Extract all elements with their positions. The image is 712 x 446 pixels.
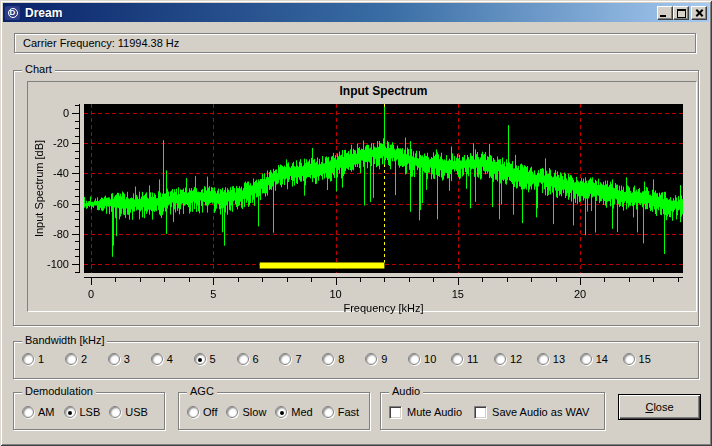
agc-option-med[interactable]: Med	[275, 406, 312, 418]
app-icon[interactable]: D	[5, 6, 20, 20]
agc-groupbox-label: AGC	[187, 385, 217, 398]
radio-10[interactable]	[408, 353, 420, 365]
audio-checkbox-label: Mute Audio	[407, 406, 462, 418]
x-minor-tick	[360, 278, 361, 282]
bandwidth-option-6[interactable]: 6	[237, 353, 259, 365]
y-minor-tick	[75, 219, 79, 220]
radio-lsb[interactable]	[64, 406, 76, 418]
y-minor-tick	[75, 241, 79, 242]
y-major-tick	[72, 204, 79, 205]
y-minor-tick	[75, 151, 79, 152]
bandwidth-option-label: 15	[639, 353, 651, 365]
bandwidth-option-label: 1	[38, 353, 44, 365]
bandwidth-option-label: 8	[338, 353, 344, 365]
bandwidth-option-13[interactable]: 13	[537, 353, 565, 365]
agc-groupbox: AGC OffSlowMedFast	[178, 392, 370, 430]
radio-15[interactable]	[623, 353, 635, 365]
checkbox-unchecked[interactable]	[474, 406, 487, 419]
x-minor-tick	[262, 278, 263, 282]
radio-3[interactable]	[108, 353, 120, 365]
bandwidth-groupbox-label: Bandwidth [kHz]	[22, 334, 107, 347]
audio-checkbox-save-audio-as-wav[interactable]: Save Audio as WAV	[474, 406, 589, 419]
y-minor-tick	[75, 256, 79, 257]
y-axis-line	[79, 104, 80, 273]
bandwidth-option-15[interactable]: 15	[623, 353, 651, 365]
radio-11[interactable]	[451, 353, 463, 365]
agc-option-off[interactable]: Off	[187, 406, 217, 418]
agc-option-label: Med	[291, 406, 312, 418]
radio-8[interactable]	[322, 353, 334, 365]
x-tick-label: 15	[443, 288, 473, 300]
x-minor-tick	[556, 278, 557, 282]
demodulation-option-usb[interactable]: USB	[109, 406, 148, 418]
demodulation-option-am[interactable]: AM	[22, 406, 55, 418]
radio-am[interactable]	[22, 406, 34, 418]
radio-4[interactable]	[151, 353, 163, 365]
close-button[interactable]: Close	[618, 394, 701, 420]
bandwidth-option-label: 7	[295, 353, 301, 365]
radio-13[interactable]	[537, 353, 549, 365]
app-icon-letter: D	[8, 8, 18, 18]
radio-fast[interactable]	[322, 406, 334, 418]
radio-2[interactable]	[65, 353, 77, 365]
agc-option-fast[interactable]: Fast	[322, 406, 359, 418]
agc-option-label: Off	[203, 406, 217, 418]
radio-med[interactable]	[275, 406, 287, 418]
bandwidth-option-9[interactable]: 9	[365, 353, 387, 365]
radio-slow[interactable]	[226, 406, 238, 418]
y-major-tick	[72, 173, 79, 174]
radio-5[interactable]	[194, 353, 206, 365]
bandwidth-option-10[interactable]: 10	[408, 353, 436, 365]
bandwidth-option-4[interactable]: 4	[151, 353, 173, 365]
radio-9[interactable]	[365, 353, 377, 365]
y-major-tick	[72, 113, 79, 114]
radio-off[interactable]	[187, 406, 199, 418]
x-major-tick	[213, 278, 214, 285]
bandwidth-option-5[interactable]: 5	[194, 353, 216, 365]
bandwidth-option-11[interactable]: 11	[451, 353, 478, 365]
bandwidth-option-label: 3	[124, 353, 130, 365]
bandwidth-option-8[interactable]: 8	[322, 353, 344, 365]
agc-option-slow[interactable]: Slow	[226, 406, 266, 418]
y-minor-tick	[75, 105, 79, 106]
bandwidth-option-label: 2	[81, 353, 87, 365]
x-major-tick	[336, 278, 337, 285]
bandwidth-option-3[interactable]: 3	[108, 353, 130, 365]
radio-6[interactable]	[237, 353, 249, 365]
radio-12[interactable]	[494, 353, 506, 365]
y-minor-tick	[75, 272, 79, 273]
demodulation-option-lsb[interactable]: LSB	[64, 406, 101, 418]
maximize-icon	[677, 9, 686, 18]
close-window-button[interactable]	[691, 6, 707, 20]
y-axis-title: Input Spectrum [dB]	[33, 99, 46, 279]
audio-options: Mute AudioSave Audio as WAV	[389, 403, 589, 421]
y-minor-tick	[75, 181, 79, 182]
titlebar[interactable]: D Dream	[3, 3, 709, 22]
agc-options: OffSlowMedFast	[187, 403, 359, 421]
bandwidth-option-7[interactable]: 7	[279, 353, 301, 365]
audio-checkbox-mute-audio[interactable]: Mute Audio	[389, 406, 462, 419]
carrier-frequency-panel: Carrier Frequency: 11994.38 Hz	[14, 33, 696, 53]
plot-title: Input Spectrum	[84, 84, 683, 98]
bandwidth-option-label: 12	[510, 353, 522, 365]
carrier-frequency-label: Carrier Frequency: 11994.38 Hz	[23, 37, 179, 49]
bandwidth-option-14[interactable]: 14	[580, 353, 608, 365]
bandwidth-option-12[interactable]: 12	[494, 353, 522, 365]
x-minor-tick	[507, 278, 508, 282]
minimize-button[interactable]	[657, 6, 673, 20]
radio-14[interactable]	[580, 353, 592, 365]
maximize-button[interactable]	[673, 6, 689, 20]
checkbox-unchecked[interactable]	[389, 406, 402, 419]
close-button-label: Close	[645, 401, 673, 413]
radio-7[interactable]	[279, 353, 291, 365]
bandwidth-option-label: 14	[596, 353, 608, 365]
bandwidth-option-1[interactable]: 1	[22, 353, 44, 365]
bandwidth-option-2[interactable]: 2	[65, 353, 87, 365]
radio-1[interactable]	[22, 353, 34, 365]
audio-groupbox-label: Audio	[389, 385, 423, 398]
x-minor-tick	[189, 278, 190, 282]
radio-usb[interactable]	[109, 406, 121, 418]
x-minor-tick	[164, 278, 165, 282]
x-major-tick	[458, 278, 459, 285]
demodulation-option-label: LSB	[80, 406, 101, 418]
